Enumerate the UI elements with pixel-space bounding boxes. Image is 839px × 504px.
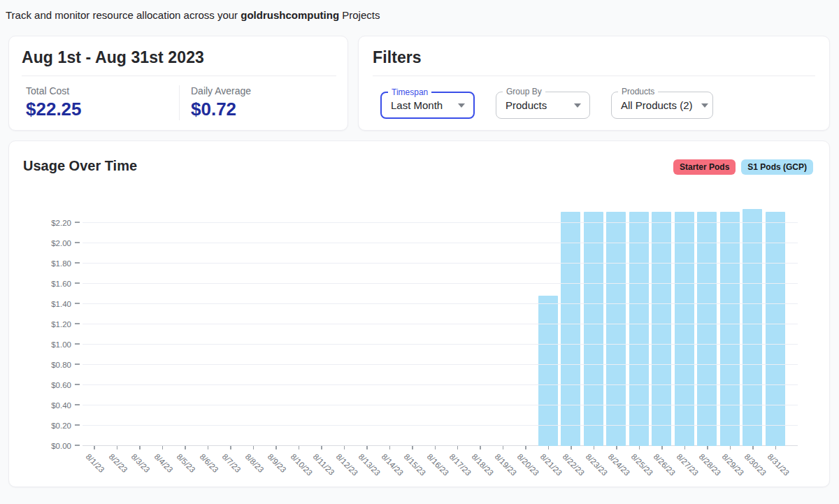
y-axis-tick	[75, 303, 80, 304]
chart-bar[interactable]	[606, 212, 626, 446]
x-axis-tick-label: 8/10/23	[289, 452, 314, 477]
x-axis-tick-label: 8/18/23	[471, 452, 496, 477]
timespan-select[interactable]: Timespan Last Month	[380, 92, 475, 119]
chart-bar[interactable]	[652, 212, 671, 446]
y-axis-tick-label: $0.80	[51, 361, 71, 369]
chart-bar[interactable]	[675, 212, 694, 446]
x-axis-tick-label: 8/26/23	[652, 452, 677, 477]
x-axis-tick	[117, 446, 118, 449]
total-cost-value: $22.25	[26, 99, 179, 120]
y-axis-tick	[75, 262, 80, 264]
group-by-select-label: Group By	[503, 87, 545, 96]
page-subtitle-prefix: Track and monitor resource allocation ac…	[6, 9, 241, 21]
products-select[interactable]: Products All Products (2)	[611, 92, 713, 119]
y-axis-tick	[75, 384, 80, 385]
gridline	[83, 222, 798, 223]
x-axis-tick-label: 8/8/23	[243, 452, 265, 474]
x-axis-tick	[275, 446, 277, 449]
group-by-select-value: Products	[505, 99, 566, 111]
x-axis-tick-label: 8/25/23	[629, 452, 654, 477]
y-axis-tick-label: $2.00	[51, 239, 71, 247]
group-by-select[interactable]: Group By Products	[496, 92, 590, 119]
legend-chip[interactable]: S1 Pods (GCP)	[741, 159, 813, 175]
date-range-summary-card: Aug 1st - Aug 31st 2023 Total Cost $22.2…	[8, 36, 348, 131]
x-axis-tick	[639, 446, 640, 449]
gridline	[83, 364, 798, 365]
products-select-value: All Products (2)	[621, 99, 693, 111]
x-axis-tick-label: 8/6/23	[198, 452, 220, 474]
filters-title: Filters	[373, 48, 815, 67]
x-axis-tick-label: 8/12/23	[334, 452, 359, 477]
date-range-title: Aug 1st - Aug 31st 2023	[22, 48, 336, 67]
x-axis-tick	[208, 446, 209, 449]
y-axis-tick-label: $1.20	[51, 320, 71, 329]
gridline	[83, 283, 798, 284]
x-axis-tick	[661, 446, 663, 449]
chart-legend: Starter PodsS1 Pods (GCP)	[673, 159, 813, 175]
total-cost-stat: Total Cost $22.25	[22, 85, 179, 120]
x-axis-tick-label: 8/11/23	[312, 452, 336, 477]
y-axis-tick-label: $1.40	[51, 300, 71, 308]
y-axis-tick-label: $2.20	[51, 219, 71, 227]
x-axis-tick-label: 8/19/23	[493, 452, 518, 477]
x-axis-tick	[571, 446, 572, 449]
x-axis-tick-label: 8/4/23	[152, 452, 174, 474]
x-axis-tick	[299, 446, 300, 449]
x-axis-tick-label: 8/24/23	[607, 452, 632, 477]
gridline	[83, 384, 798, 385]
y-axis-tick	[75, 343, 80, 345]
x-axis-tick	[139, 446, 141, 449]
y-axis-tick	[75, 282, 80, 284]
x-axis-tick-label: 8/7/23	[221, 452, 243, 474]
chart-bar[interactable]	[697, 212, 717, 446]
x-axis-tick	[321, 446, 322, 449]
y-axis-tick	[75, 242, 80, 243]
y-axis-tick	[75, 323, 80, 324]
x-axis-tick	[594, 446, 595, 449]
x-axis-tick-label: 8/29/23	[720, 452, 745, 477]
x-axis-tick	[162, 446, 164, 449]
y-axis-tick-label: $1.60	[51, 280, 71, 288]
x-axis-tick-label: 8/27/23	[675, 452, 700, 477]
chart-bar[interactable]	[584, 212, 603, 446]
timespan-select-label: Timespan	[388, 87, 431, 97]
x-axis-tick-label: 8/22/23	[561, 452, 587, 477]
x-axis-tick-label: 8/20/23	[516, 452, 541, 477]
x-axis-tick	[94, 446, 95, 449]
y-axis-tick-label: $1.00	[51, 340, 71, 349]
x-axis-tick	[435, 446, 436, 449]
legend-chip[interactable]: Starter Pods	[673, 159, 736, 175]
page-subtitle-suffix: Projects	[339, 9, 380, 21]
daily-average-label: Daily Average	[191, 85, 336, 96]
x-axis-tick	[412, 446, 413, 449]
chart-plot: 8/1/238/2/238/3/238/4/238/5/238/6/238/7/…	[83, 203, 798, 446]
gridline	[83, 425, 798, 426]
x-axis-tick-label: 8/23/23	[584, 452, 609, 477]
filters-card: Filters Timespan Last Month Group By Pro…	[358, 36, 830, 131]
x-axis-tick-label: 8/30/23	[743, 452, 768, 477]
chevron-down-icon	[458, 103, 465, 108]
gridline	[83, 324, 798, 324]
gridline	[83, 303, 798, 304]
x-axis-tick	[616, 446, 617, 449]
chart-bar[interactable]	[743, 209, 762, 446]
gridline	[83, 405, 798, 405]
chart-bar[interactable]	[629, 212, 649, 446]
y-axis-tick	[75, 424, 80, 426]
daily-average-value: $0.72	[191, 99, 336, 120]
x-axis-tick-label: 8/16/23	[425, 452, 450, 477]
chart-bar[interactable]	[561, 212, 580, 446]
x-axis-tick-label: 8/13/23	[357, 452, 382, 477]
y-axis-tick-label: $0.40	[51, 401, 71, 410]
x-axis-tick-label: 8/28/23	[698, 452, 723, 477]
y-axis-tick-label: $1.80	[51, 259, 71, 268]
chart-bar[interactable]	[538, 296, 558, 446]
chart-bar[interactable]	[720, 212, 740, 446]
usage-over-time-card: Usage Over Time Starter PodsS1 Pods (GCP…	[8, 141, 830, 487]
summary-stats: Total Cost $22.25 Daily Average $0.72	[22, 85, 336, 120]
x-axis-tick	[548, 446, 550, 449]
x-axis-tick-label: 8/2/23	[107, 452, 129, 474]
x-axis-tick-label: 8/17/23	[447, 452, 473, 477]
chart-bar[interactable]	[766, 212, 785, 446]
x-axis-tick	[525, 446, 526, 449]
